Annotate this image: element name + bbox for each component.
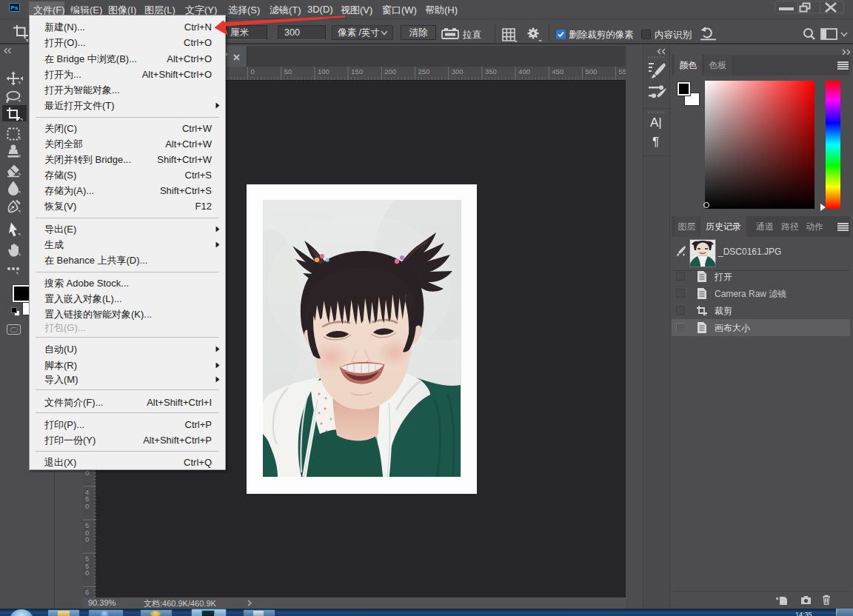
svg-text:300: 300	[452, 67, 464, 76]
svg-text:400: 400	[518, 67, 530, 76]
svg-text:0: 0	[85, 502, 89, 510]
svg-text:6: 6	[85, 588, 89, 596]
svg-text:0: 0	[251, 67, 255, 76]
svg-text:550: 550	[619, 67, 626, 76]
svg-text:450: 450	[552, 67, 563, 76]
svg-text:150: 150	[351, 67, 363, 76]
svg-text:50: 50	[284, 67, 292, 76]
svg-text:500: 500	[586, 67, 598, 76]
svg-text:250: 250	[418, 67, 430, 76]
svg-text:0: 0	[85, 569, 89, 577]
svg-text:200: 200	[384, 67, 396, 76]
svg-text:100: 100	[318, 67, 330, 76]
svg-text:0: 0	[85, 535, 89, 543]
svg-text:350: 350	[485, 67, 497, 76]
